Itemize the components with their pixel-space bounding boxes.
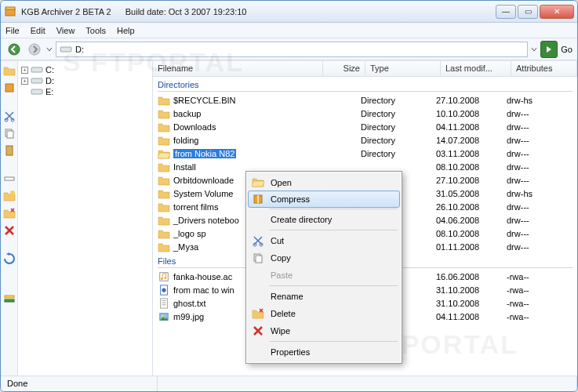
svg-rect-34: [256, 256, 262, 263]
build-date: Build date: Oct 3 2007 19:23:10: [125, 7, 247, 16]
compress-icon[interactable]: [3, 82, 16, 94]
forward-button[interactable]: [26, 41, 43, 58]
menu-edit[interactable]: Edit: [31, 26, 45, 35]
svg-rect-9: [7, 131, 13, 138]
status-text: Done: [1, 376, 158, 391]
open-icon: [250, 176, 266, 189]
cut-icon: [250, 234, 266, 247]
chevron-down-icon[interactable]: [531, 46, 537, 53]
settings-icon[interactable]: [3, 293, 16, 306]
context-separator: [269, 341, 398, 342]
context-item-cut[interactable]: Cut: [249, 232, 399, 249]
chevron-down-icon[interactable]: [46, 46, 53, 53]
svg-point-12: [10, 191, 15, 195]
context-item-paste: Paste: [249, 267, 399, 284]
maximize-button[interactable]: ▭: [518, 5, 538, 19]
svg-rect-17: [31, 89, 42, 94]
open-icon[interactable]: [3, 64, 16, 77]
go-label: Go: [561, 45, 573, 54]
refresh-icon[interactable]: [3, 252, 16, 265]
svg-point-2: [9, 44, 20, 55]
delete-icon: [250, 307, 266, 320]
col-size[interactable]: Size: [323, 61, 365, 76]
menu-tools[interactable]: Tools: [85, 26, 106, 35]
svg-rect-11: [5, 177, 14, 180]
tree-item-e[interactable]: E:: [21, 86, 149, 97]
context-item-rename[interactable]: Rename: [249, 288, 399, 305]
svg-point-3: [29, 44, 40, 55]
section-directories: Directories: [153, 77, 577, 93]
rename-icon[interactable]: [3, 172, 16, 185]
svg-rect-30: [257, 195, 259, 203]
app-icon: [4, 5, 16, 18]
context-item-delete[interactable]: Delete: [249, 305, 399, 322]
context-item-properties[interactable]: Properties: [249, 343, 399, 361]
svg-rect-1: [5, 7, 15, 9]
cut-icon[interactable]: [3, 110, 16, 122]
go-button[interactable]: [540, 41, 558, 58]
toolbar: D: Go: [1, 38, 577, 60]
col-filename[interactable]: Filename: [153, 61, 323, 76]
drive-tree: +C: +D: E:: [18, 61, 153, 376]
table-row[interactable]: from Nokia N82Directory03.11.2008drw---: [153, 147, 577, 160]
newdir-icon[interactable]: [3, 190, 16, 202]
svg-rect-13: [5, 296, 14, 298]
compress-icon: [250, 193, 266, 205]
svg-rect-4: [60, 47, 71, 52]
menu-file[interactable]: File: [5, 26, 20, 35]
drive-icon: [60, 45, 72, 54]
context-item-create-directory[interactable]: Create directory: [249, 211, 399, 228]
column-headers: Filename Size Type Last modif... Attribu…: [153, 61, 577, 77]
menu-help[interactable]: Help: [117, 26, 135, 35]
svg-point-22: [162, 288, 165, 292]
svg-point-19: [161, 278, 163, 280]
copy-icon: [250, 252, 266, 264]
statusbar: Done: [1, 376, 577, 391]
table-row[interactable]: $RECYCLE.BINDirectory27.10.2008drw-hs: [153, 93, 577, 107]
context-menu: OpenCompressCreate directoryCutCopyPaste…: [245, 171, 402, 364]
app-title: KGB Archiver 2 BETA 2: [21, 7, 111, 16]
svg-rect-15: [31, 67, 42, 72]
back-button[interactable]: [5, 41, 23, 58]
side-toolbar: [1, 61, 18, 376]
table-row[interactable]: foldingDirectory14.07.2008drw---: [153, 133, 577, 147]
col-attributes[interactable]: Attributes: [511, 61, 577, 76]
table-row[interactable]: backupDirectory10.10.2008drw---: [153, 107, 577, 120]
svg-point-20: [164, 277, 166, 279]
close-button[interactable]: ✕: [540, 5, 574, 19]
col-modified[interactable]: Last modif...: [441, 61, 511, 76]
table-row[interactable]: DownloadsDirectory04.11.2008drw---: [153, 120, 577, 133]
context-item-copy[interactable]: Copy: [249, 249, 399, 267]
context-separator: [269, 285, 398, 286]
wipe-icon[interactable]: [3, 224, 16, 237]
context-separator: [269, 209, 398, 209]
paste-icon[interactable]: [3, 144, 16, 157]
context-item-open[interactable]: Open: [249, 174, 399, 191]
minimize-button[interactable]: —: [496, 5, 516, 19]
delete-icon[interactable]: [3, 207, 16, 220]
svg-rect-23: [161, 298, 168, 307]
col-type[interactable]: Type: [365, 61, 441, 76]
address-bar[interactable]: D:: [56, 42, 528, 57]
context-item-wipe[interactable]: Wipe: [249, 322, 399, 339]
tree-item-c[interactable]: +C:: [21, 64, 149, 75]
svg-rect-5: [5, 84, 13, 92]
copy-icon[interactable]: [3, 127, 16, 140]
context-separator: [269, 230, 398, 230]
wipe-icon: [250, 325, 266, 337]
menu-view[interactable]: View: [56, 26, 75, 35]
context-item-compress[interactable]: Compress: [248, 191, 400, 208]
titlebar: KGB Archiver 2 BETA 2 Build date: Oct 3 …: [1, 1, 577, 23]
address-text: D:: [75, 45, 84, 54]
svg-rect-16: [31, 78, 42, 83]
svg-rect-14: [5, 299, 14, 302]
svg-rect-10: [6, 146, 13, 155]
tree-item-d[interactable]: +D:: [21, 75, 149, 86]
menubar: File Edit View Tools Help: [1, 23, 577, 38]
